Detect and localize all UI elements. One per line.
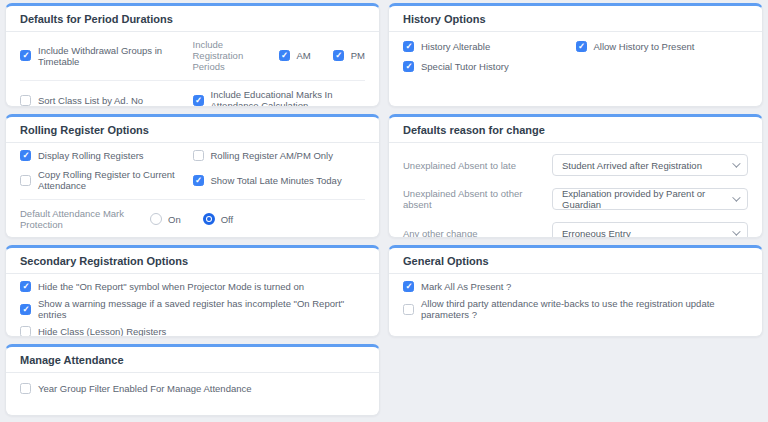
checkbox-label: AM xyxy=(297,50,311,61)
checkbox-label: Hide Class (Lesson) Registers xyxy=(38,326,166,337)
radio-protection-on[interactable]: On xyxy=(150,213,181,225)
checkbox-icon[interactable] xyxy=(20,175,31,186)
chevron-down-icon xyxy=(732,193,740,201)
panel-rolling-register: Rolling Register Options Display Rolling… xyxy=(5,114,380,238)
chevron-down-icon xyxy=(732,159,740,167)
panel-secondary-registration: Secondary Registration Options Hide the … xyxy=(5,245,380,337)
checkbox-label: Allow History to Present xyxy=(594,41,695,52)
checkbox-icon[interactable] xyxy=(193,175,204,186)
checkbox-label: Mark All As Present ? xyxy=(421,281,511,292)
checkbox-icon[interactable] xyxy=(403,41,414,52)
checkbox-warning-incomplete-on-report[interactable]: Show a warning message if a saved regist… xyxy=(20,298,365,320)
divider xyxy=(20,80,365,81)
checkbox-history-alterable[interactable]: History Alterable xyxy=(403,41,576,52)
select-unexplained-absent-to-other[interactable]: Explanation provided by Parent or Guardi… xyxy=(552,188,748,210)
checkbox-label: Display Rolling Registers xyxy=(38,150,144,161)
panel-body-period-durations: Include Withdrawal Groups in Timetable I… xyxy=(6,32,379,107)
checkbox-icon[interactable] xyxy=(20,95,31,106)
checkbox-mark-all-as-present[interactable]: Mark All As Present ? xyxy=(403,281,748,292)
select-unexplained-absent-to-late[interactable]: Student Arrived after Registration xyxy=(552,154,748,176)
panel-period-durations: Defaults for Period Durations Include Wi… xyxy=(5,3,380,107)
checkbox-icon[interactable] xyxy=(20,383,31,394)
checkbox-copy-rolling-register[interactable]: Copy Rolling Register to Current Attenda… xyxy=(20,169,193,191)
checkbox-show-total-late-minutes[interactable]: Show Total Late Minutes Today xyxy=(193,175,366,186)
checkbox-rolling-register-ampm-only[interactable]: Rolling Register AM/PM Only xyxy=(193,150,366,161)
checkbox-display-rolling-registers[interactable]: Display Rolling Registers xyxy=(20,150,193,161)
panel-title-manage-attendance: Manage Attendance xyxy=(6,347,379,373)
panel-body-general-options: Mark All As Present ? Allow third party … xyxy=(389,274,762,327)
radio-icon[interactable] xyxy=(150,213,162,225)
panel-body-rolling-register: Display Rolling Registers Rolling Regist… xyxy=(6,143,379,238)
mark-protection-label: Default Attendance Mark Protection xyxy=(20,208,150,230)
checkbox-label: PM xyxy=(351,50,365,61)
mark-protection-row: Default Attendance Mark Protection On Of… xyxy=(20,208,365,230)
panel-title-rolling-register: Rolling Register Options xyxy=(6,117,379,143)
checkbox-label: Include Educational Marks In Attendance … xyxy=(211,89,366,107)
checkbox-third-party-writebacks[interactable]: Allow third party attendance write-backs… xyxy=(403,298,748,320)
select-value: Explanation provided by Parent or Guardi… xyxy=(562,188,732,210)
radio-label: Off xyxy=(221,214,234,225)
panel-body-reason-for-change: Unexplained Absent to late Student Arriv… xyxy=(389,143,762,238)
radio-protection-off[interactable]: Off xyxy=(203,213,234,225)
checkbox-hide-class-lesson-registers[interactable]: Hide Class (Lesson) Registers xyxy=(20,326,365,337)
select-value: Erroneous Entry xyxy=(562,228,631,239)
checkbox-icon[interactable] xyxy=(20,281,31,292)
checkbox-icon[interactable] xyxy=(403,281,414,292)
label-unexplained-absent-to-other: Unexplained Absent to other absent xyxy=(403,188,552,210)
checkbox-icon[interactable] xyxy=(333,50,344,61)
checkbox-year-group-filter[interactable]: Year Group Filter Enabled For Manage Att… xyxy=(20,383,252,394)
checkbox-icon[interactable] xyxy=(193,150,204,161)
checkbox-icon[interactable] xyxy=(20,50,31,61)
checkbox-icon[interactable] xyxy=(20,304,31,315)
panel-title-history-options: History Options xyxy=(389,6,762,32)
panel-body-secondary-registration: Hide the "On Report" symbol when Project… xyxy=(6,274,379,337)
panel-manage-attendance: Manage Attendance Year Group Filter Enab… xyxy=(5,344,380,416)
checkbox-label: Special Tutor History xyxy=(421,61,509,72)
radio-icon[interactable] xyxy=(203,213,215,225)
panel-general-options: General Options Mark All As Present ? Al… xyxy=(388,245,763,337)
label-unexplained-absent-to-late: Unexplained Absent to late xyxy=(403,160,552,171)
panel-title-period-durations: Defaults for Period Durations xyxy=(6,6,379,32)
checkbox-pm[interactable]: PM xyxy=(333,50,365,61)
divider xyxy=(20,199,365,200)
checkbox-allow-history-to-present[interactable]: Allow History to Present xyxy=(576,41,749,52)
label-any-other-change: Any other change xyxy=(403,228,552,239)
panel-body-manage-attendance: Year Group Filter Enabled For Manage Att… xyxy=(6,373,379,403)
checkbox-icon[interactable] xyxy=(576,41,587,52)
checkbox-icon[interactable] xyxy=(403,304,414,315)
checkbox-icon[interactable] xyxy=(403,61,414,72)
panel-title-secondary-registration: Secondary Registration Options xyxy=(6,248,379,274)
checkbox-icon[interactable] xyxy=(20,326,31,337)
checkbox-icon[interactable] xyxy=(193,95,204,106)
checkbox-label: Allow third party attendance write-backs… xyxy=(421,298,748,320)
checkbox-icon[interactable] xyxy=(20,150,31,161)
registration-periods-group: Include Registration Periods AM PM xyxy=(193,39,366,72)
panel-title-reason-for-change: Defaults reason for change xyxy=(389,117,762,143)
checkbox-label: Include Withdrawal Groups in Timetable xyxy=(38,45,193,67)
checkbox-label: History Alterable xyxy=(421,41,490,52)
checkbox-icon[interactable] xyxy=(279,50,290,61)
checkbox-sort-class-list[interactable]: Sort Class List by Ad. No xyxy=(20,95,193,106)
checkbox-educational-marks[interactable]: Include Educational Marks In Attendance … xyxy=(193,89,366,107)
checkbox-include-withdrawal-groups[interactable]: Include Withdrawal Groups in Timetable xyxy=(20,45,193,67)
checkbox-label: Sort Class List by Ad. No xyxy=(38,95,143,106)
checkbox-special-tutor-history[interactable]: Special Tutor History xyxy=(403,61,509,72)
checkbox-am[interactable]: AM xyxy=(279,50,311,61)
settings-page: Defaults for Period Durations Include Wi… xyxy=(0,0,768,422)
panel-body-history-options: History Alterable Allow History to Prese… xyxy=(389,32,762,81)
registration-periods-label: Include Registration Periods xyxy=(193,39,257,72)
chevron-down-icon xyxy=(732,227,740,235)
checkbox-label: Copy Rolling Register to Current Attenda… xyxy=(38,169,193,191)
select-value: Student Arrived after Registration xyxy=(562,160,702,171)
checkbox-label: Year Group Filter Enabled For Manage Att… xyxy=(38,383,252,394)
checkbox-label: Hide the "On Report" symbol when Project… xyxy=(38,281,304,292)
checkbox-hide-on-report-symbol[interactable]: Hide the "On Report" symbol when Project… xyxy=(20,281,365,292)
checkbox-label: Show a warning message if a saved regist… xyxy=(38,298,365,320)
radio-label: On xyxy=(168,214,181,225)
panel-history-options: History Options History Alterable Allow … xyxy=(388,3,763,107)
panel-title-general-options: General Options xyxy=(389,248,762,274)
panel-reason-for-change: Defaults reason for change Unexplained A… xyxy=(388,114,763,238)
select-any-other-change[interactable]: Erroneous Entry xyxy=(552,222,748,238)
checkbox-label: Show Total Late Minutes Today xyxy=(211,175,342,186)
checkbox-label: Rolling Register AM/PM Only xyxy=(211,150,333,161)
